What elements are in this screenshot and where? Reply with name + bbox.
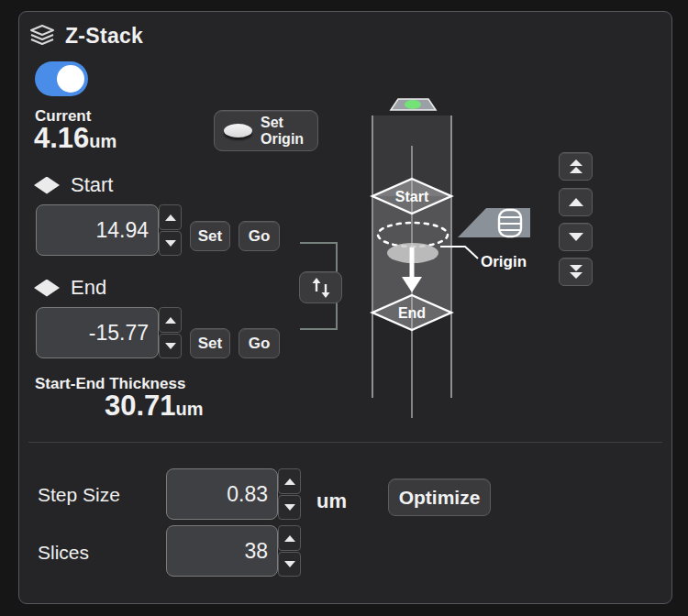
start-spinner — [159, 204, 182, 256]
end-diamond-icon — [34, 280, 60, 297]
start-label: Start — [71, 173, 113, 197]
up-arrow-icon — [569, 198, 583, 206]
up-arrow-icon — [165, 214, 176, 221]
diagram-start-label: Start — [395, 189, 429, 204]
double-down-arrow-icon — [570, 265, 583, 271]
set-origin-button[interactable]: Set Origin — [214, 110, 318, 151]
current-value-number: 4.16 — [34, 122, 89, 154]
start-go-button[interactable]: Go — [239, 221, 280, 251]
z-stack-panel: Z-Stack Current 4.16um Set Origin Start … — [18, 11, 672, 604]
start-diamond-icon — [34, 177, 60, 194]
panel-header: Z-Stack — [28, 24, 143, 49]
layers-icon — [28, 24, 56, 49]
z-stack-diagram: Start End Origin — [359, 90, 570, 443]
double-up-arrow-icon — [570, 160, 583, 166]
double-down-arrow-icon — [570, 272, 583, 279]
thickness-value-number: 30.71 — [105, 390, 176, 422]
slices-input[interactable] — [166, 525, 278, 577]
start-spin-down-button[interactable] — [159, 231, 182, 256]
start-row-label: Start — [34, 173, 113, 197]
step-size-label: Step Size — [38, 484, 120, 506]
panel-title: Z-Stack — [65, 24, 143, 49]
step-size-spin-up-button[interactable] — [278, 468, 301, 494]
swap-arrows-icon — [309, 277, 333, 299]
down-arrow-icon — [165, 240, 176, 247]
down-arrow-icon — [165, 343, 176, 349]
end-spin-down-button[interactable] — [159, 334, 182, 358]
start-input[interactable] — [36, 204, 159, 256]
z-fast-down-button[interactable] — [559, 258, 593, 286]
end-spin-up-button[interactable] — [159, 307, 182, 333]
end-go-button[interactable]: Go — [239, 328, 280, 358]
down-arrow-icon — [284, 504, 295, 511]
up-arrow-icon — [284, 478, 295, 485]
up-arrow-icon — [165, 317, 176, 324]
step-size-spin-down-button[interactable] — [278, 495, 301, 520]
step-size-input[interactable] — [166, 468, 278, 520]
end-spinner — [159, 307, 182, 358]
slices-spin-down-button[interactable] — [278, 552, 301, 577]
current-value: 4.16um — [34, 124, 117, 152]
slices-spin-up-button[interactable] — [278, 525, 301, 551]
swap-start-end-button[interactable] — [299, 271, 342, 303]
diagram-origin-label: Origin — [481, 253, 527, 270]
slices-spinner — [278, 525, 301, 577]
start-set-button[interactable]: Set — [190, 221, 230, 251]
z-up-button[interactable] — [559, 188, 593, 216]
end-input[interactable] — [36, 307, 159, 358]
z-fast-up-button[interactable] — [559, 152, 593, 181]
diagram-end-label: End — [398, 305, 426, 321]
slices-label: Slices — [38, 542, 89, 564]
toggle-knob — [57, 65, 84, 93]
origin-ellipse-icon — [224, 124, 252, 138]
z-stack-enable-toggle[interactable] — [35, 61, 88, 96]
current-value-unit: um — [89, 131, 117, 151]
down-arrow-icon — [284, 561, 295, 567]
end-row-label: End — [34, 276, 106, 300]
double-up-arrow-icon — [570, 167, 583, 173]
optimize-button[interactable]: Optimize — [388, 478, 491, 516]
set-origin-label: Set Origin — [261, 115, 304, 148]
step-size-unit: um — [316, 490, 347, 513]
section-divider — [28, 442, 662, 443]
start-spin-up-button[interactable] — [159, 204, 182, 230]
step-size-spinner — [278, 468, 301, 520]
down-arrow-icon — [569, 233, 583, 241]
end-set-button[interactable]: Set — [190, 328, 230, 358]
up-arrow-icon — [284, 535, 295, 542]
thickness-value-unit: um — [176, 399, 204, 419]
current-position-marker — [405, 100, 421, 109]
thickness-value: 30.71um — [105, 391, 204, 420]
z-down-button[interactable] — [559, 223, 593, 251]
end-label: End — [71, 276, 106, 300]
